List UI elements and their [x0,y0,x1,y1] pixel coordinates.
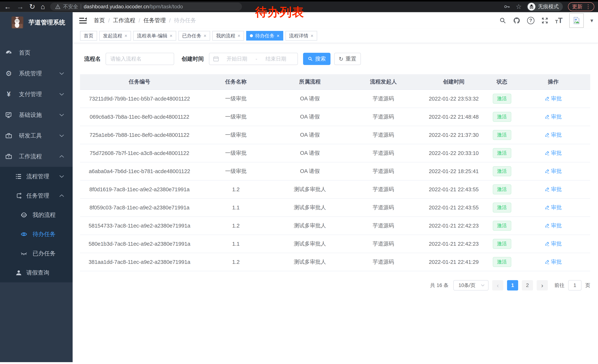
page-header: 首页 / 工作流程 / 任务管理 / 待办任务 ? [73,12,598,29]
approve-link[interactable]: 审批 [545,186,562,193]
page-button-1[interactable]: 1 [507,280,518,291]
tab-form-edit[interactable]: 流程表单-编辑 × [133,31,176,40]
close-icon[interactable]: × [204,33,206,39]
sidebar-item-infra[interactable]: 基础设施 [0,105,73,125]
sidebar-item-system[interactable]: ⚙ 系统管理 [0,63,73,84]
chevron-down-icon [59,93,65,96]
process-name-input[interactable] [106,53,174,65]
starter-cell: 芋道源码 [347,235,420,253]
end-date-placeholder: 结束日期 [258,55,294,62]
fullscreen-icon[interactable] [541,17,548,24]
process-cell: OA 请假 [273,90,347,108]
sidebar-item-home[interactable]: 首页 [0,42,73,63]
tab-start-process[interactable]: 发起流程 × [99,31,131,40]
gear-icon: ⚙ [5,70,12,77]
approve-link[interactable]: 审批 [545,204,562,211]
sidebar-item-workflow[interactable]: 工作流程 [0,146,73,167]
briefcase-icon [5,153,12,160]
browser-update-button[interactable]: 更新 ⋮ [568,2,594,11]
approve-link[interactable]: 审批 [545,149,562,157]
close-icon[interactable]: × [311,33,314,39]
key-icon[interactable] [504,4,511,9]
browser-menu-icon[interactable]: ⋮ [585,4,591,9]
status-badge: 激活 [493,221,511,231]
approve-link[interactable]: 审批 [545,131,562,139]
edit-pencil-icon [545,187,549,192]
collapse-sidebar-icon[interactable] [79,17,87,24]
sidebar-menu: 首页 ⚙ 系统管理 ¥ 支付管理 基础设施 [0,42,73,282]
close-icon[interactable]: × [125,33,127,39]
close-icon[interactable]: × [170,33,173,39]
tab-done-task[interactable]: 已办任务 × [178,31,210,40]
time-cell: 2022-01-22 23:53:32 [420,90,488,108]
task-id-cell: 75d72608-7b7f-11ec-a3c8-acde48001122 [80,144,199,162]
edit-pencil-icon [545,223,549,228]
page-button-2[interactable]: 2 [522,280,533,291]
avatar-caret-icon[interactable]: ▾ [590,17,593,24]
time-cell: 2022-01-21 22:41:29 [420,253,488,271]
page-size-select[interactable]: 10条/页 [453,280,489,291]
starter-cell: 芋道源码 [347,217,420,235]
table-row: 381aa1dd-7ac8-11ec-a9e2-a2380e71991a 1.2… [80,253,590,271]
flow-icon [15,192,22,199]
range-separator: - [255,56,258,62]
approve-link[interactable]: 审批 [545,222,562,229]
sidebar-item-my-process[interactable]: 我的流程 [0,205,73,225]
search-icon[interactable] [499,17,506,24]
tab-home[interactable]: 首页 [80,31,97,40]
sidebar-item-leave-query[interactable]: 请假查询 [0,263,73,282]
goto-page-input[interactable] [568,280,581,291]
tab-my-process[interactable]: 我的流程 × [212,31,244,40]
sidebar-item-dev[interactable]: 研发工具 [0,125,73,146]
breadcrumb-home[interactable]: 首页 [94,17,105,24]
approve-link[interactable]: 审批 [545,113,562,121]
font-size-icon[interactable]: TT [555,16,563,25]
person-icon [15,269,22,276]
col-actions: 操作 [516,74,590,90]
forward-icon[interactable]: → [17,3,24,10]
avatar[interactable] [569,13,584,28]
close-icon[interactable]: × [238,33,240,39]
tab-process-detail[interactable]: 流程详情 × [285,31,317,40]
edit-pencil-icon [545,259,549,265]
help-icon[interactable]: ? [527,17,534,24]
status-badge: 激活 [493,166,511,176]
prev-page-button[interactable]: ‹ [492,280,503,291]
process-name-label: 流程名 [84,55,101,63]
chevron-down-icon [59,113,65,117]
breadcrumb-workflow[interactable]: 工作流程 [113,17,135,24]
address-bar[interactable]: 不安全 dashboard.yudao.iocoder.cn/bpm/task/… [50,3,242,11]
tab-todo-task[interactable]: 待办任务 × [246,31,283,40]
time-cell: 2022-01-21 22:42:23 [420,235,488,253]
github-icon[interactable] [513,17,520,24]
task-name-cell: 一级审批 [199,108,273,126]
close-icon[interactable]: × [277,33,279,39]
approve-link[interactable]: 审批 [545,240,562,248]
starter-cell: 芋道源码 [347,90,420,108]
back-icon[interactable]: ← [4,3,11,10]
sidebar-item-process-mgmt[interactable]: 流程管理 [0,167,73,186]
sidebar-item-pay[interactable]: ¥ 支付管理 [0,84,73,105]
status-badge: 激活 [493,112,511,122]
home-icon[interactable]: ⌂ [41,3,45,10]
calendar-icon [213,56,219,62]
reload-icon[interactable]: ↻ [29,3,35,10]
bookmark-star-icon[interactable]: ☆ [516,3,522,11]
approve-link[interactable]: 审批 [545,95,562,102]
sidebar-item-done-task[interactable]: 已办任务 [0,244,73,263]
breadcrumb-task-mgmt[interactable]: 任务管理 [144,17,166,24]
table-row: 75d72608-7b7f-11ec-a3c8-acde48001122 一级审… [80,144,590,162]
breadcrumb: 首页 / 工作流程 / 任务管理 / 待办任务 [94,17,196,24]
sidebar-item-todo-task[interactable]: 待办任务 [0,225,73,244]
col-process: 所属流程 [273,74,347,90]
reset-button[interactable]: ↻ 重置 [334,53,361,65]
sidebar-item-task-mgmt[interactable]: 任务管理 [0,186,73,205]
active-tab-dot [250,34,253,37]
search-button[interactable]: 搜索 [303,53,331,65]
next-page-button[interactable]: › [537,280,548,291]
approve-link[interactable]: 审批 [545,258,562,266]
col-starter: 流程发起人 [347,74,420,90]
approve-link[interactable]: 审批 [545,168,562,175]
app-logo [11,16,23,28]
date-range-picker[interactable]: 开始日期 - 结束日期 [209,53,298,65]
